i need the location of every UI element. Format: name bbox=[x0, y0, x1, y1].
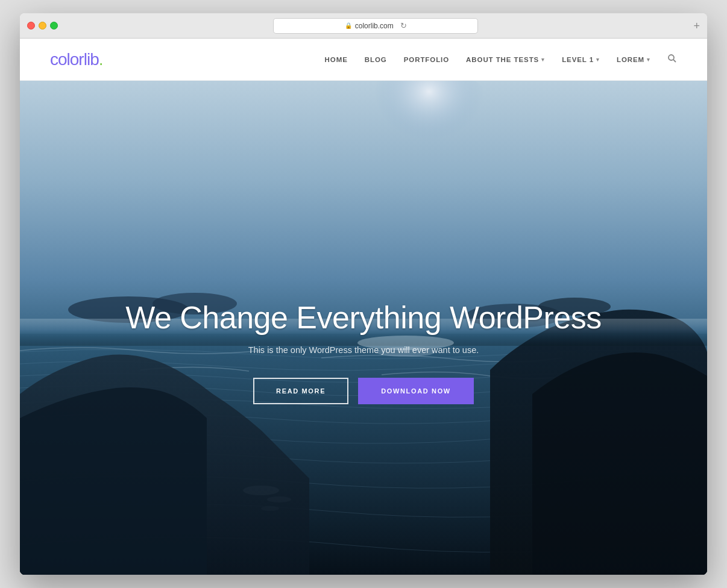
download-now-button[interactable]: DOWNLOAD NOW bbox=[358, 378, 474, 404]
address-bar[interactable]: 🔒 colorlib.com ↻ bbox=[273, 18, 478, 34]
logo-text: colorlib bbox=[50, 50, 99, 69]
nav-item-lorem[interactable]: LOREM ▾ bbox=[617, 56, 650, 63]
new-tab-button[interactable]: + bbox=[693, 20, 700, 31]
svg-line-1 bbox=[673, 60, 676, 62]
traffic-lights bbox=[27, 22, 58, 30]
nav-item-home[interactable]: HOME bbox=[325, 56, 348, 63]
nav-item-blog[interactable]: BLOG bbox=[365, 56, 387, 63]
nav-item-about-tests[interactable]: ABOUT THE TESTS ▾ bbox=[466, 56, 545, 63]
site-logo[interactable]: colorlib. bbox=[50, 50, 102, 69]
chevron-down-icon: ▾ bbox=[647, 57, 650, 63]
nav-label-about-tests: ABOUT THE TESTS bbox=[466, 56, 539, 63]
nav-item-level1[interactable]: LEVEL 1 ▾ bbox=[562, 56, 600, 63]
browser-chrome: 🔒 colorlib.com ↻ + bbox=[20, 13, 707, 39]
site-header: colorlib. HOME BLOG PORTFOLIO ABOUT THE … bbox=[20, 39, 707, 81]
nav-item-portfolio[interactable]: PORTFOLIO bbox=[404, 56, 449, 63]
logo-dot: . bbox=[99, 50, 103, 69]
reload-button[interactable]: ↻ bbox=[400, 21, 407, 30]
hero-buttons: READ MORE DOWNLOAD NOW bbox=[125, 378, 601, 404]
close-button[interactable] bbox=[27, 22, 35, 30]
chevron-down-icon: ▾ bbox=[596, 57, 600, 63]
search-icon[interactable] bbox=[667, 54, 677, 66]
hero-content: We Change Everything WordPress This is t… bbox=[101, 299, 625, 404]
hero-subtitle: This is the only WordPress theme you wil… bbox=[125, 345, 601, 355]
read-more-button[interactable]: READ MORE bbox=[253, 378, 348, 404]
svg-point-0 bbox=[669, 55, 674, 60]
url-text: colorlib.com bbox=[355, 22, 394, 30]
nav-label-level1: LEVEL 1 bbox=[562, 56, 594, 63]
chevron-down-icon: ▾ bbox=[541, 57, 545, 63]
nav-label-lorem: LOREM bbox=[617, 56, 644, 63]
minimize-button[interactable] bbox=[39, 22, 46, 30]
maximize-button[interactable] bbox=[50, 22, 58, 30]
site-nav: HOME BLOG PORTFOLIO ABOUT THE TESTS ▾ LE… bbox=[325, 54, 677, 66]
lock-icon: 🔒 bbox=[345, 22, 352, 29]
browser-window: 🔒 colorlib.com ↻ + colorlib. HOME BLOG P… bbox=[20, 13, 707, 575]
address-bar-container: 🔒 colorlib.com ↻ bbox=[63, 18, 688, 34]
hero-title: We Change Everything WordPress bbox=[125, 299, 601, 336]
hero-section: We Change Everything WordPress This is t… bbox=[20, 81, 707, 575]
